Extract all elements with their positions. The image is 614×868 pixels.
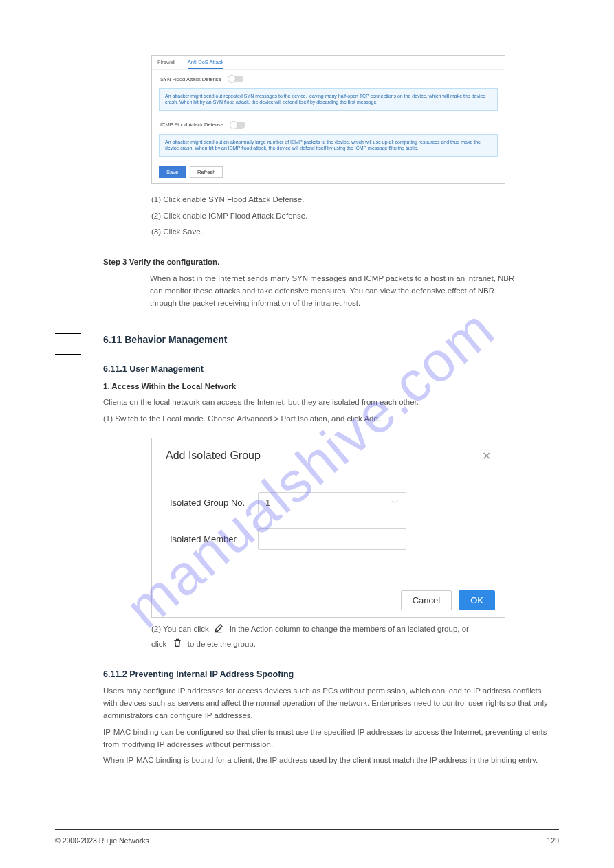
icmp-label: ICMP Flood Attack Defense — [160, 122, 223, 128]
chevron-down-icon: ﹀ — [391, 498, 399, 508]
step3-block: Step 3 Verify the configuration. When a … — [103, 256, 516, 309]
txt-click: click — [151, 641, 166, 649]
icmp-toggle[interactable] — [230, 122, 245, 129]
label-isolated-member: Isolated Member — [170, 534, 258, 544]
heading-behavior-management: 6.11 Behavior Management — [103, 333, 543, 348]
heading-ip-spoofing: 6.11.2 Preventing Internal IP Address Sp… — [103, 668, 557, 681]
select-group-no[interactable]: 1 ﹀ — [258, 492, 406, 513]
footer-page-number: 129 — [547, 836, 559, 845]
edit-icon — [214, 622, 225, 638]
step3-body: When a host in the Internet sends many S… — [150, 273, 516, 309]
close-icon[interactable]: ✕ — [482, 449, 491, 463]
body-text-block: (1) Click enable SYN Flood Attack Defens… — [151, 194, 505, 238]
syn-row: SYN Flood Attack Defense — [152, 70, 505, 85]
dialog-footer: Cancel OK — [152, 583, 505, 617]
button-row: Save Refresh — [152, 162, 505, 183]
footer: © 2000-2023 Ruijie Networks 129 — [55, 836, 559, 845]
footer-copyright: © 2000-2023 Ruijie Networks — [55, 836, 149, 845]
bar1-icon — [55, 333, 81, 334]
dialog-header: Add Isolated Group ✕ — [152, 438, 505, 474]
tab-firewall[interactable]: Firewall — [157, 58, 175, 69]
save-button[interactable]: Save — [159, 166, 186, 178]
bar2-icon — [55, 344, 81, 344]
select-group-no-value: 1 — [265, 498, 270, 508]
tabs-row: Firewall Anti-DoS Attack — [152, 56, 505, 70]
p-spoof1: Users may configure IP addresses for acc… — [103, 685, 557, 722]
refresh-button[interactable]: Refresh — [190, 166, 223, 178]
step3-title: Step 3 Verify the configuration. — [103, 256, 516, 269]
bar3-icon — [55, 354, 81, 355]
p-spoof2: IP-MAC binding can be configured so that… — [103, 726, 557, 751]
txt-delete-group: to delete the group. — [188, 641, 256, 649]
icmp-info: An attacker might send out an abnormally… — [159, 134, 498, 157]
dialog-title: Add Isolated Group — [166, 449, 261, 462]
delete-sentence: click to delete the group. — [151, 637, 523, 653]
input-isolated-member[interactable] — [258, 528, 406, 550]
step-enable-icmp: (2) Click enable ICMP Flood Attack Defen… — [151, 210, 505, 223]
txt-change-members: in the Action column to change the membe… — [230, 625, 469, 633]
cancel-button[interactable]: Cancel — [401, 590, 452, 610]
left-margin-bars — [55, 333, 81, 355]
p-clients-isolated: Clients on the local network can access … — [103, 397, 543, 409]
txt-can-click: (2) You can click — [151, 625, 209, 633]
ok-button[interactable]: OK — [459, 590, 495, 610]
label-group-no: Isolated Group No. — [170, 498, 258, 508]
trash-icon — [172, 637, 183, 653]
add-isolated-group-dialog: Add Isolated Group ✕ Isolated Group No. … — [151, 438, 505, 618]
antidos-panel: Firewall Anti-DoS Attack SYN Flood Attac… — [151, 55, 505, 184]
footer-divider — [55, 829, 559, 830]
heading-user-management: 6.11.1 User Management — [103, 363, 543, 376]
syn-info: An attacker might send out repeated SYN … — [159, 88, 498, 111]
p-spoof3: When IP-MAC binding is bound for a clien… — [103, 755, 557, 767]
syn-label: SYN Flood Attack Defense — [160, 76, 221, 82]
step-enable-syn: (1) Click enable SYN Flood Attack Defens… — [151, 194, 505, 206]
row-isolated-member: Isolated Member — [170, 528, 487, 550]
syn-toggle[interactable] — [228, 76, 243, 82]
p-switch-local: (1) Switch to the Local mode. Choose Adv… — [103, 413, 543, 425]
dialog-body: Isolated Group No. 1 ﹀ Isolated Member — [152, 474, 505, 583]
row-group-no: Isolated Group No. 1 ﹀ — [170, 492, 487, 513]
tab-antidos[interactable]: Anti-DoS Attack — [188, 58, 224, 69]
icmp-row: ICMP Flood Attack Defense — [152, 116, 505, 131]
step-click-save: (3) Click Save. — [151, 226, 505, 238]
subheading-access-local: 1. Access Within the Local Network — [103, 381, 543, 393]
edit-delete-sentence: (2) You can click in the Action column t… — [151, 622, 523, 638]
